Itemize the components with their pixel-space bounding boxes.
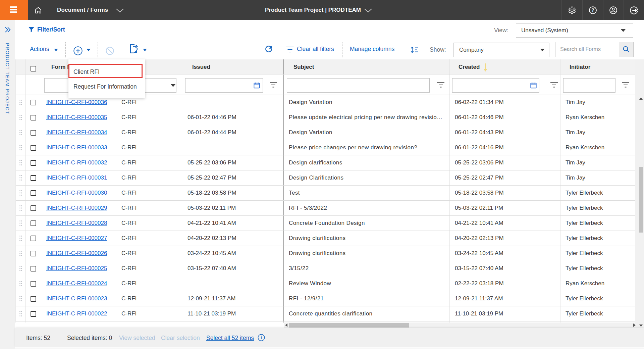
svg-text:?: ? <box>591 7 594 13</box>
